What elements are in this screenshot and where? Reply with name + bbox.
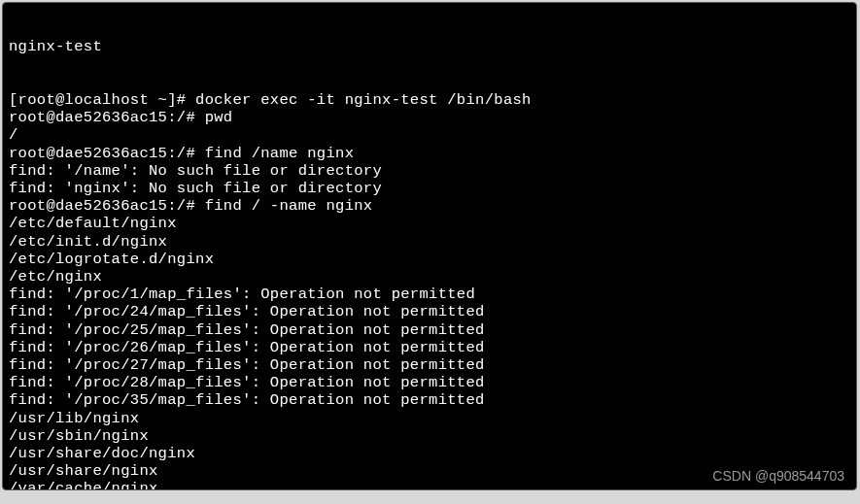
terminal-line: find: '/proc/27/map_files': Operation no… (9, 356, 850, 374)
terminal-line: /etc/nginx (9, 268, 850, 286)
terminal-line: find: '/name': No such file or directory (9, 162, 850, 180)
partial-top-line: nginx-test (9, 38, 850, 55)
terminal-window: nginx-test [root@localhost ~]# docker ex… (2, 2, 857, 490)
terminal-line: root@dae52636ac15:/# find /name nginx (9, 145, 850, 162)
terminal-line: /usr/lib/nginx (9, 410, 850, 427)
terminal-line: find: '/proc/1/map_files': Operation not… (9, 286, 850, 303)
terminal-line: /etc/init.d/nginx (9, 233, 850, 251)
terminal-line: find: '/proc/25/map_files': Operation no… (9, 321, 850, 339)
terminal-line: /usr/share/doc/nginx (9, 445, 850, 462)
terminal-output[interactable]: nginx-test [root@localhost ~]# docker ex… (3, 3, 856, 490)
terminal-line: find: '/proc/26/map_files': Operation no… (9, 339, 850, 356)
terminal-line: root@dae52636ac15:/# pwd (9, 109, 850, 126)
watermark-text: CSDN @q908544703 (712, 468, 844, 484)
terminal-line: /usr/sbin/nginx (9, 427, 850, 445)
terminal-line: find: 'nginx': No such file or directory (9, 180, 850, 197)
terminal-line: root@dae52636ac15:/# find / -name nginx (9, 197, 850, 215)
terminal-line: find: '/proc/24/map_files': Operation no… (9, 303, 850, 320)
terminal-line: find: '/proc/28/map_files': Operation no… (9, 374, 850, 391)
terminal-line: /etc/default/nginx (9, 215, 850, 232)
terminal-line: [root@localhost ~]# docker exec -it ngin… (9, 91, 850, 109)
terminal-line: find: '/proc/35/map_files': Operation no… (9, 391, 850, 409)
terminal-line: /etc/logrotate.d/nginx (9, 251, 850, 268)
terminal-line: / (9, 126, 850, 144)
